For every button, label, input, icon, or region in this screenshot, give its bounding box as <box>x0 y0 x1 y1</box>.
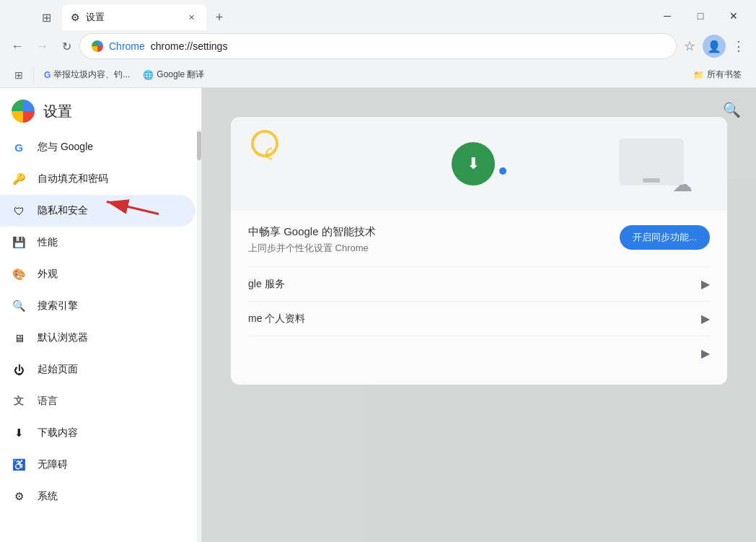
bookmark-item-2[interactable]: 🌐 Google 翻译 <box>137 66 210 84</box>
sidebar-item-search[interactable]: 🔍 搜索引擎 <box>0 290 195 322</box>
content-area: 🔍 ⬇ ☁ <box>202 88 756 542</box>
system-icon: ⚙ <box>12 489 26 504</box>
sidebar-item-startup-label: 起始页面 <box>38 363 78 376</box>
active-tab[interactable]: ⚙ 设置 ✕ <box>62 4 206 30</box>
chrome-favicon <box>92 40 103 52</box>
card-list-arrow-2: ▶ <box>701 312 710 325</box>
sidebar-item-privacy-label: 隐私和安全 <box>38 204 88 217</box>
autofill-icon: 🔑 <box>12 172 26 186</box>
startup-icon: ⏻ <box>12 362 26 377</box>
bookmark-button[interactable]: ☆ <box>678 35 701 58</box>
sidebar-item-download-label: 下载内容 <box>38 427 78 440</box>
sidebar-item-performance-label: 性能 <box>38 236 58 249</box>
sidebar-title: 设置 <box>43 102 72 121</box>
forward-button[interactable]: → <box>30 35 53 58</box>
card-title: 中畅享 Google 的智能技术 <box>248 225 376 239</box>
sidebar-item-language[interactable]: 文 语言 <box>0 385 195 417</box>
sidebar-item-privacy[interactable]: 🛡 隐私和安全 <box>0 195 195 227</box>
performance-icon: 💾 <box>12 235 26 250</box>
default-browser-icon: 🖥 <box>12 331 26 345</box>
sidebar: 设置 G 您与 Google 🔑 自动填充和密码 <box>0 88 202 542</box>
sidebar-item-browser[interactable]: 🖥 默认浏览器 <box>0 322 195 354</box>
minimize-button[interactable]: ─ <box>651 4 684 27</box>
sidebar-item-language-label: 语言 <box>38 395 58 408</box>
sidebar-item-performance[interactable]: 💾 性能 <box>0 227 195 258</box>
sidebar-item-system[interactable]: ⚙ 系统 <box>0 481 195 512</box>
card-list-item-1[interactable]: gle 服务 ▶ <box>248 266 710 301</box>
sidebar-item-appearance-label: 外观 <box>38 268 58 281</box>
card-subtitle: 上同步并个性化设置 Chrome <box>248 242 376 255</box>
card-list-arrow-3: ▶ <box>701 346 710 360</box>
sidebar-item-search-label: 搜索引擎 <box>38 300 78 312</box>
profile-button[interactable]: 👤 <box>703 35 726 58</box>
reload-button[interactable]: ↻ <box>55 35 78 58</box>
download-icon: ⬇ <box>12 426 26 440</box>
sidebar-item-google[interactable]: G 您与 Google <box>0 131 195 163</box>
sidebar-item-autofill-label: 自动填充和密码 <box>38 172 108 185</box>
settings-card: ⬇ ☁ 中畅享 Google 的智能技术 上同步并个性化设置 <box>231 117 727 385</box>
tab-settings-favicon: ⚙ <box>71 12 80 23</box>
sidebar-nav: G 您与 Google 🔑 自动填充和密码 🛡 隐私和安全 💾 性能 <box>0 128 201 542</box>
bookmark-2-label: Google 翻译 <box>157 69 204 81</box>
sidebar-item-appearance[interactable]: 🎨 外观 <box>0 258 195 290</box>
tab-settings-label: 设置 <box>86 11 179 24</box>
sync-button[interactable]: 开启同步功能... <box>620 225 710 250</box>
card-list-arrow-1: ▶ <box>701 277 710 291</box>
chrome-menu-button[interactable]: ⋮ <box>727 35 750 58</box>
card-list-item-2[interactable]: me 个人资料 ▶ <box>248 301 710 336</box>
apps-button[interactable]: ⊞ <box>9 65 29 85</box>
folder-icon: 📁 <box>693 70 704 80</box>
google-icon: G <box>12 140 26 154</box>
new-tab-button[interactable]: + <box>209 7 229 27</box>
close-window-button[interactable]: ✕ <box>717 4 750 27</box>
card-list-label-2: me 个人资料 <box>248 312 305 325</box>
appearance-icon: 🎨 <box>12 267 26 281</box>
settings-search-button[interactable]: 🔍 <box>718 97 744 123</box>
chrome-logo-icon <box>12 100 35 123</box>
language-icon: 文 <box>12 394 26 408</box>
privacy-icon: 🛡 <box>12 204 26 218</box>
bookmark-1-label: 举报垃圾内容、钓... <box>53 69 130 81</box>
all-bookmarks[interactable]: 📁 所有书签 <box>687 66 747 84</box>
search-engine-icon: 🔍 <box>12 299 26 313</box>
sidebar-item-download[interactable]: ⬇ 下载内容 <box>0 417 195 449</box>
tab-list-button[interactable]: ⊞ <box>36 7 56 27</box>
address-url: chrome://settings <box>151 40 664 52</box>
sidebar-item-google-label: 您与 Google <box>38 141 93 154</box>
card-list-label-1: gle 服务 <box>248 278 285 291</box>
tab-close-button[interactable]: ✕ <box>185 11 198 24</box>
maximize-button[interactable]: □ <box>684 4 717 27</box>
address-brand: Chrome <box>109 40 145 52</box>
sidebar-item-accessibility[interactable]: ♿ 无障碍 <box>0 449 195 481</box>
all-bookmarks-label: 所有书签 <box>707 69 742 81</box>
back-button[interactable]: ← <box>6 35 29 58</box>
sidebar-item-browser-label: 默认浏览器 <box>38 331 88 344</box>
sidebar-item-system-label: 系统 <box>38 490 58 503</box>
card-list-item-3[interactable]: ▶ <box>248 336 710 370</box>
bookmark-item-1[interactable]: G 举报垃圾内容、钓... <box>38 66 136 84</box>
bookmarks-bar: ⊞ G 举报垃圾内容、钓... 🌐 Google 翻译 📁 所有书签 <box>0 62 756 88</box>
sidebar-item-startup[interactable]: ⏻ 起始页面 <box>0 354 195 385</box>
address-bar[interactable]: Chrome chrome://settings <box>79 33 677 59</box>
accessibility-icon: ♿ <box>12 458 26 472</box>
sidebar-item-autofill[interactable]: 🔑 自动填充和密码 <box>0 163 195 195</box>
sidebar-item-accessibility-label: 无障碍 <box>38 458 68 471</box>
